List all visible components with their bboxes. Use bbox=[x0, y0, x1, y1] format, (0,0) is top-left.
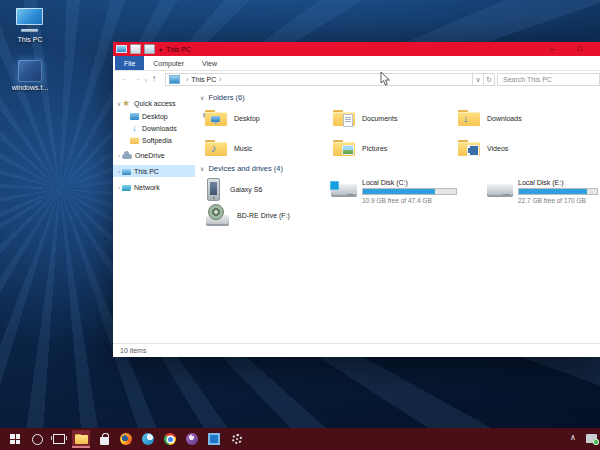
taskbar-blue-browser-button[interactable] bbox=[139, 430, 157, 448]
tile-label: Galaxy S6 bbox=[230, 186, 262, 201]
collapse-chevron-icon[interactable]: ∨ bbox=[200, 165, 204, 172]
smartphone-icon bbox=[207, 178, 220, 201]
computer-icon bbox=[122, 169, 131, 175]
search-input[interactable]: Search This PC bbox=[497, 73, 600, 86]
folder-icon bbox=[205, 110, 227, 126]
download-emblem-icon: ↓ bbox=[463, 113, 469, 124]
windows-desktop: This PC windows.t... ▾ This PC – ▢ File … bbox=[0, 0, 600, 450]
item-count: 10 items bbox=[120, 347, 146, 354]
desktop-icon-label: windows.t... bbox=[12, 84, 49, 91]
sidebar-item-label: OneDrive bbox=[135, 152, 165, 159]
breadcrumb-separator-icon: › bbox=[186, 76, 188, 83]
start-button[interactable] bbox=[6, 430, 24, 448]
firefox-icon bbox=[120, 433, 132, 445]
tray-expand-button[interactable]: ∧ bbox=[570, 433, 576, 442]
windows-file-icon bbox=[18, 60, 42, 82]
taskbar-store-button[interactable] bbox=[95, 430, 113, 448]
drive-tile-local-disk-e[interactable]: Local Disk (E:) 22.7 GB free of 170 GB bbox=[487, 179, 598, 204]
cloud-icon bbox=[122, 154, 132, 159]
taskbar-firefox-button[interactable] bbox=[117, 430, 135, 448]
tile-label: BD-RE Drive (F:) bbox=[237, 212, 290, 226]
taskbar-purple-app-button[interactable] bbox=[183, 430, 201, 448]
folder-tile-documents[interactable]: Documents bbox=[333, 106, 451, 130]
sidebar-item-downloads[interactable]: ↓ Downloads bbox=[113, 122, 212, 134]
window-titlebar[interactable]: ▾ This PC – ▢ bbox=[113, 42, 600, 56]
taskbar-file-explorer-button[interactable] bbox=[72, 430, 90, 448]
navigation-pane: ∨ ★ Quick access Desktop ↓ Downloads Sof… bbox=[113, 88, 195, 344]
desktop-icon-this-pc[interactable]: This PC bbox=[3, 8, 57, 43]
tab-view[interactable]: View bbox=[193, 56, 226, 70]
refresh-icon[interactable]: ↻ bbox=[484, 73, 495, 86]
tile-label: Documents bbox=[362, 115, 397, 122]
maximize-button[interactable]: ▢ bbox=[568, 42, 592, 56]
sidebar-item-label: Downloads bbox=[142, 125, 177, 132]
store-bag-icon bbox=[100, 437, 109, 445]
search-placeholder: Search This PC bbox=[503, 76, 552, 83]
tile-label: Downloads bbox=[487, 115, 522, 122]
drive-tile-local-disk-c[interactable]: Local Disk (C:) 10.9 GB free of 47.4 GB bbox=[331, 179, 457, 204]
sidebar-item-label: Quick access bbox=[134, 100, 176, 107]
sidebar-item-desktop[interactable]: Desktop bbox=[113, 110, 212, 122]
tile-label: Videos bbox=[487, 145, 508, 152]
group-header-devices[interactable]: ∨ Devices and drives (4) bbox=[200, 164, 283, 173]
group-header-folders[interactable]: ∨ Folders (6) bbox=[200, 93, 245, 102]
sidebar-item-label: This PC bbox=[134, 168, 159, 175]
sidebar-item-softpedia[interactable]: Softpedia bbox=[113, 134, 212, 146]
ribbon-tab-bar: File Computer View bbox=[113, 56, 600, 71]
task-view-icon bbox=[53, 434, 65, 444]
up-button[interactable]: ↑ bbox=[152, 74, 156, 83]
sidebar-item-quick-access[interactable]: ∨ ★ Quick access bbox=[113, 97, 195, 109]
folder-icon bbox=[333, 110, 355, 126]
folder-tile-videos[interactable]: Videos bbox=[458, 136, 576, 160]
picture-emblem-icon bbox=[342, 145, 354, 155]
tray-safely-remove-icon[interactable] bbox=[586, 434, 597, 443]
sidebar-item-onedrive[interactable]: › OneDrive bbox=[113, 149, 195, 161]
qat-properties-icon[interactable] bbox=[130, 44, 141, 54]
blue-browser-icon bbox=[142, 433, 154, 445]
photos-app-icon bbox=[208, 433, 220, 445]
minimize-button[interactable]: – bbox=[540, 42, 564, 56]
recent-locations-dropdown-icon[interactable]: ∨ bbox=[144, 77, 148, 83]
settings-gear-icon bbox=[232, 434, 242, 444]
folder-tile-desktop[interactable]: Desktop bbox=[205, 106, 323, 130]
hard-drive-icon bbox=[487, 184, 513, 197]
window-title: This PC bbox=[166, 46, 191, 53]
sidebar-item-this-pc[interactable]: › This PC bbox=[113, 165, 195, 177]
music-note-emblem-icon: ♪ bbox=[211, 143, 217, 154]
drive-tile-bd-re[interactable]: BD-RE Drive (F:) bbox=[206, 204, 290, 226]
taskbar-photos-button[interactable] bbox=[205, 430, 223, 448]
taskbar-chrome-button[interactable] bbox=[161, 430, 179, 448]
device-tile-galaxy-s6[interactable]: Galaxy S6 bbox=[207, 178, 262, 201]
address-bar[interactable]: › This PC › bbox=[165, 73, 473, 86]
sidebar-item-network[interactable]: › Network bbox=[113, 181, 195, 193]
system-menu-icon[interactable] bbox=[116, 45, 126, 53]
desktop-icon-windows-file[interactable]: windows.t... bbox=[3, 60, 57, 91]
drive-free-space: 10.9 GB free of 47.4 GB bbox=[362, 197, 457, 204]
windows-logo-icon bbox=[10, 434, 20, 444]
group-title: Devices and drives (4) bbox=[208, 164, 283, 173]
address-dropdown-icon[interactable]: ∨ bbox=[473, 73, 484, 86]
this-pc-monitor-icon bbox=[15, 8, 45, 34]
qat-customize-dropdown-icon[interactable]: ▾ bbox=[159, 46, 162, 53]
breadcrumb-this-pc[interactable]: This PC bbox=[191, 76, 216, 83]
tab-computer[interactable]: Computer bbox=[144, 56, 193, 70]
network-icon bbox=[122, 185, 132, 191]
tab-file[interactable]: File bbox=[115, 56, 144, 70]
collapse-chevron-icon[interactable]: ∨ bbox=[200, 94, 204, 101]
drive-free-space: 22.7 GB free of 170 GB bbox=[518, 197, 598, 204]
desktop-icon bbox=[130, 113, 139, 120]
file-explorer-window: ▾ This PC – ▢ File Computer View ← → ∨ ↑… bbox=[113, 42, 600, 357]
desktop-emblem-icon bbox=[211, 116, 220, 122]
folder-tile-pictures[interactable]: Pictures bbox=[333, 136, 451, 160]
taskbar-settings-button[interactable] bbox=[228, 430, 246, 448]
folder-tile-music[interactable]: ♪ Music bbox=[205, 136, 323, 160]
qat-new-folder-icon[interactable] bbox=[144, 44, 155, 54]
sidebar-item-label: Network bbox=[134, 184, 160, 191]
file-explorer-icon bbox=[75, 434, 88, 444]
task-view-button[interactable] bbox=[50, 430, 68, 448]
back-button[interactable]: ← bbox=[120, 74, 128, 83]
folder-tile-downloads[interactable]: ↓ Downloads bbox=[458, 106, 576, 130]
download-arrow-icon: ↓ bbox=[130, 124, 139, 133]
cortana-search-button[interactable] bbox=[28, 430, 46, 448]
forward-button[interactable]: → bbox=[133, 74, 141, 83]
